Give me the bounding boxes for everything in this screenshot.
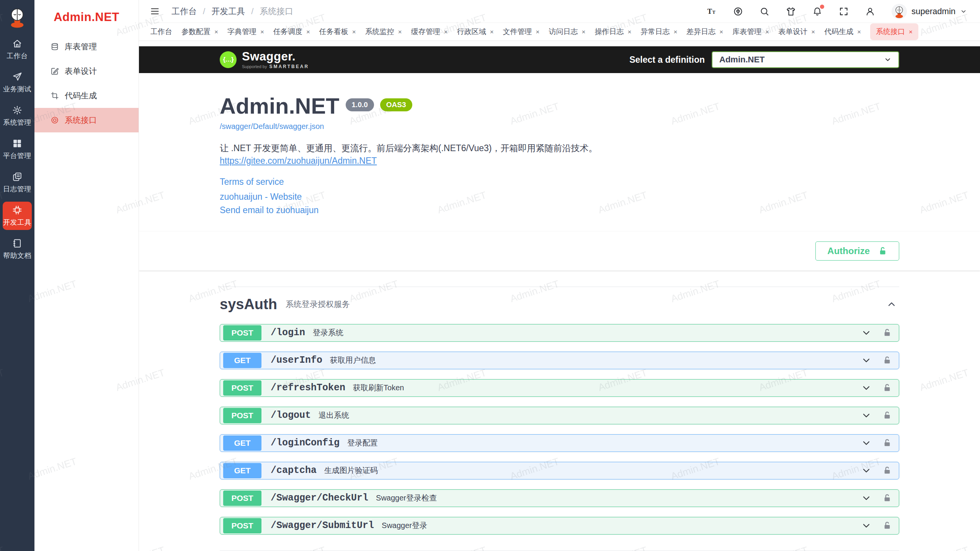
chevron-down-icon[interactable]: [861, 520, 872, 531]
close-icon[interactable]: ×: [352, 29, 356, 35]
api-description: 让 .NET 开发更简单、更通用、更流行。前后端分离架构(.NET6/Vue3)…: [220, 142, 899, 154]
chevron-down-icon[interactable]: [861, 438, 872, 448]
lock-icon[interactable]: [882, 355, 892, 365]
close-icon[interactable]: ×: [260, 29, 264, 35]
close-icon[interactable]: ×: [673, 29, 677, 35]
close-icon[interactable]: ×: [909, 29, 913, 35]
close-icon[interactable]: ×: [490, 29, 494, 35]
close-icon[interactable]: ×: [306, 29, 310, 35]
tab[interactable]: 工作台 ×: [150, 27, 172, 37]
email-link[interactable]: Send email to zuohuaijun: [220, 205, 318, 215]
operation-summary: 生成图片验证码: [324, 465, 378, 476]
method-badge: POST: [223, 408, 261, 423]
tab[interactable]: 缓存管理 ×: [411, 27, 448, 37]
submenu-item[interactable]: 代码生成: [34, 83, 139, 108]
fullscreen-icon: [839, 7, 849, 16]
method-badge: POST: [223, 518, 261, 533]
close-icon[interactable]: ×: [627, 29, 631, 35]
submenu-item[interactable]: 系统接口: [34, 108, 139, 132]
breadcrumb-item[interactable]: 工作台: [172, 6, 197, 17]
lock-icon[interactable]: [882, 411, 892, 420]
website-link[interactable]: zuohuaijun - Website: [220, 192, 302, 202]
tab[interactable]: 访问日志 ×: [549, 27, 586, 37]
lock-icon[interactable]: [882, 493, 892, 503]
rail-nav-item[interactable]: 业务测试: [3, 68, 32, 97]
api-operation-row[interactable]: GET /loginConfig 登录配置: [220, 434, 899, 452]
lock-icon[interactable]: [882, 328, 892, 337]
search-icon: [760, 7, 769, 16]
rail-nav-item[interactable]: 系统管理: [3, 102, 32, 130]
header-actions: TT: [707, 4, 967, 19]
lock-icon[interactable]: [882, 466, 892, 475]
api-operation-row[interactable]: POST /login 登录系统: [220, 324, 899, 342]
chevron-down-icon[interactable]: [861, 465, 872, 476]
icon-rail: 工作台 业务测试 系统管理 平台管理 日志管理: [0, 0, 34, 551]
lock-icon[interactable]: [882, 521, 892, 530]
rail-nav-item[interactable]: 平台管理: [3, 135, 32, 163]
close-icon[interactable]: ×: [765, 29, 769, 35]
rail-nav-item[interactable]: 日志管理: [3, 168, 32, 197]
lock-icon[interactable]: [882, 383, 892, 393]
api-operation-row[interactable]: GET /captcha 生成图片验证码: [220, 462, 899, 479]
chevron-down-icon[interactable]: [861, 410, 872, 421]
tab[interactable]: 任务看板 ×: [319, 27, 356, 37]
tab[interactable]: 操作日志 ×: [595, 27, 631, 37]
rail-nav-item[interactable]: 开发工具: [3, 202, 32, 230]
chevron-down-icon[interactable]: [861, 383, 872, 393]
submenu-item[interactable]: 表单设计: [34, 59, 139, 83]
rail-nav-item[interactable]: 帮助文档: [3, 235, 32, 263]
close-icon[interactable]: ×: [811, 29, 815, 35]
method-badge: POST: [223, 491, 261, 506]
breadcrumb-item[interactable]: 开发工具: [211, 6, 245, 17]
lock-icon[interactable]: [882, 438, 892, 448]
api-operation-row[interactable]: POST /Swagger/CheckUrl Swagger登录检查: [220, 489, 899, 507]
tab[interactable]: 系统监控 ×: [365, 27, 402, 37]
tab[interactable]: 差异日志 ×: [686, 27, 723, 37]
tab-label: 参数配置: [181, 27, 211, 37]
chevron-down-icon[interactable]: [861, 355, 872, 366]
chevron-up-icon[interactable]: [886, 299, 897, 310]
book-icon: [12, 238, 22, 248]
chevron-down-icon[interactable]: [861, 328, 872, 338]
tab[interactable]: 文件管理 ×: [503, 27, 540, 37]
theme-shirt-icon: [786, 7, 796, 16]
definition-select[interactable]: Admin.NET: [712, 51, 899, 68]
tab[interactable]: 字典管理 ×: [227, 27, 264, 37]
close-icon[interactable]: ×: [719, 29, 723, 35]
gitee-link[interactable]: https://gitee.com/zuohuaijun/Admin.NET: [220, 156, 377, 166]
swagger-supported-by: Supported bySMARTBEAR: [242, 64, 309, 69]
collapse-menu-icon[interactable]: [150, 6, 160, 16]
tab[interactable]: 任务调度 ×: [273, 27, 310, 37]
close-icon[interactable]: ×: [857, 29, 861, 35]
close-icon[interactable]: ×: [444, 29, 448, 35]
close-icon[interactable]: ×: [214, 29, 218, 35]
rail-nav-item[interactable]: 工作台: [3, 35, 32, 64]
spec-url-link[interactable]: /swagger/Default/swagger.json: [220, 122, 324, 131]
api-operation-row[interactable]: GET /userInfo 获取用户信息: [220, 352, 899, 369]
section-header[interactable]: sysAuth 系统登录授权服务: [220, 296, 899, 313]
tab[interactable]: 行政区域 ×: [457, 27, 494, 37]
chevron-down-icon: [884, 56, 892, 64]
terms-link[interactable]: Terms of service: [220, 177, 284, 187]
close-icon[interactable]: ×: [582, 29, 586, 35]
api-operation-row[interactable]: POST /logout 退出系统: [220, 407, 899, 424]
submenu-item[interactable]: 库表管理: [34, 34, 139, 59]
chevron-down-icon[interactable]: [861, 493, 872, 504]
method-badge: POST: [223, 325, 261, 341]
api-operation-row[interactable]: POST /refreshToken 获取刷新Token: [220, 379, 899, 397]
close-icon[interactable]: ×: [536, 29, 540, 35]
rail-item-label: 开发工具: [3, 218, 31, 227]
tab[interactable]: 表单设计 ×: [778, 27, 815, 37]
api-operation-row[interactable]: POST /Swagger/SubmitUrl Swagger登录: [220, 517, 899, 535]
app-logo: [6, 0, 28, 35]
user-menu[interactable]: superadmin: [892, 4, 967, 19]
tab[interactable]: 代码生成 ×: [824, 27, 861, 37]
close-icon[interactable]: ×: [398, 29, 402, 35]
operation-path: /refreshToken: [271, 382, 345, 393]
tab[interactable]: 库表管理 ×: [732, 27, 769, 37]
tab[interactable]: 参数配置 ×: [181, 27, 218, 37]
form-icon: [51, 67, 59, 75]
authorize-button[interactable]: Authorize: [815, 241, 899, 261]
tab[interactable]: 系统接口 ×: [870, 23, 918, 40]
tab[interactable]: 异常日志 ×: [640, 27, 677, 37]
